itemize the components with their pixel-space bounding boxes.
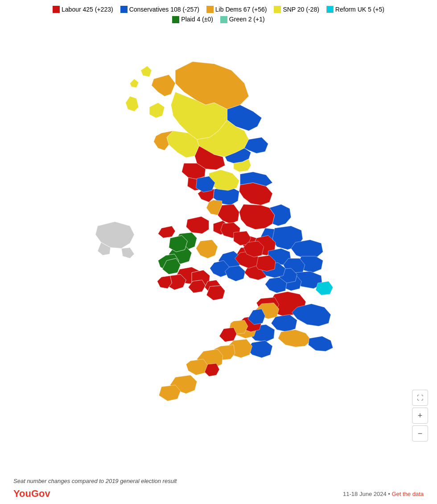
zoom-out-button[interactable]: − (412, 425, 428, 442)
northern-ireland (95, 221, 134, 258)
legend-swatch-plaid (172, 16, 179, 23)
legend-label-labour: Labour 425 (+223) (62, 4, 113, 14)
legend-swatch-snp (274, 6, 281, 13)
legend-label-reform: Reform UK 5 (+5) (335, 4, 384, 14)
legend-swatch-green (220, 16, 227, 23)
legend-label-plaid: Plaid 4 (±0) (181, 14, 213, 24)
footer: Seat number changes compared to 2019 gen… (0, 455, 437, 504)
legend-label-conservatives: Conservatives 108 (-257) (129, 4, 199, 14)
legend-swatch-reform (326, 6, 334, 13)
zoom-in-icon: + (418, 411, 423, 421)
get-data-link[interactable]: Get the data (392, 491, 424, 497)
footer-note: Seat number changes compared to 2019 gen… (13, 478, 424, 484)
fullscreen-button[interactable]: ⛶ (412, 390, 428, 406)
legend-swatch-labour (53, 6, 60, 13)
zoom-out-icon: − (418, 429, 423, 438)
legend-item-reform: Reform UK 5 (+5) (326, 4, 384, 14)
zoom-controls: ⛶ + − (412, 390, 428, 442)
uk-map (49, 36, 388, 446)
legend-swatch-libdems (206, 6, 214, 13)
footer-date: 11-18 June 2024 • Get the data (343, 491, 424, 497)
yougov-logo: YouGov (13, 488, 50, 500)
legend-label-libdems: Lib Dems 67 (+56) (215, 4, 267, 14)
scotland-region (126, 62, 268, 191)
map-legend: Labour 425 (+223)Conservatives 108 (-257… (0, 4, 437, 25)
legend-item-labour: Labour 425 (+223) (53, 4, 113, 14)
legend-label-snp: SNP 20 (-28) (283, 4, 319, 14)
legend-item-green: Green 2 (+1) (220, 14, 265, 24)
legend-item-libdems: Lib Dems 67 (+56) (206, 4, 267, 14)
legend-item-snp: SNP 20 (-28) (274, 4, 319, 14)
legend-item-conservatives: Conservatives 108 (-257) (120, 4, 199, 14)
england-region (159, 172, 333, 401)
zoom-in-button[interactable]: + (412, 408, 428, 424)
legend-item-plaid: Plaid 4 (±0) (172, 14, 213, 24)
map-container (0, 31, 437, 450)
legend-label-green: Green 2 (+1) (229, 14, 265, 24)
legend-swatch-conservatives (120, 6, 128, 13)
fullscreen-icon: ⛶ (417, 394, 423, 401)
